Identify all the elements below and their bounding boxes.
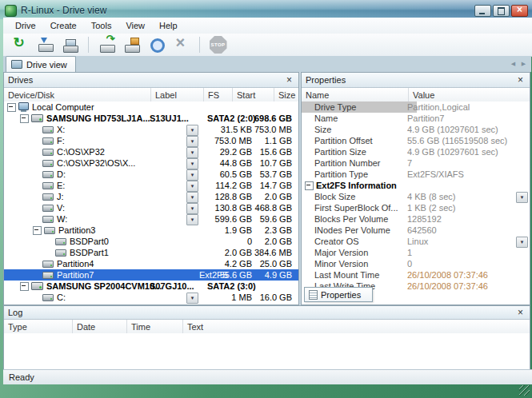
menu-item-create[interactable]: Create bbox=[43, 19, 84, 32]
property-row[interactable]: First SuperBlock Of...1 KB (2 sec) bbox=[302, 202, 530, 213]
tree-expander-icon[interactable] bbox=[20, 114, 29, 123]
drive-row[interactable]: X:31.5 KB753.0 MB bbox=[4, 124, 298, 135]
menu-bar: DriveCreateToolsViewHelp bbox=[3, 18, 532, 34]
property-row[interactable]: Last Mount Time26/10/2008 07:37:46 bbox=[302, 269, 530, 281]
column-header-size[interactable]: Size bbox=[274, 88, 298, 102]
property-row[interactable]: Minor Version0 bbox=[302, 258, 530, 269]
recover-button[interactable] bbox=[146, 35, 167, 55]
column-header-value[interactable]: Value bbox=[409, 88, 530, 102]
title-bar[interactable]: R-Linux - Drive view bbox=[0, 0, 532, 19]
drive-row[interactable]: C:1 MB16.0 GB bbox=[4, 292, 298, 303]
stop-button[interactable]: STOP bbox=[207, 35, 229, 55]
drive-row[interactable]: C:\OS\XP3229.2 GB15.6 GB bbox=[4, 146, 298, 157]
column-header-label[interactable]: Label bbox=[151, 88, 204, 102]
column-header-start[interactable]: Start bbox=[233, 88, 274, 102]
volume-icon bbox=[42, 160, 54, 167]
property-row[interactable]: INodes Per Volume642560 bbox=[302, 225, 530, 236]
properties-dock-tab[interactable]: Properties bbox=[304, 287, 373, 302]
drive-row[interactable]: D:60.5 GB53.7 GB bbox=[4, 169, 298, 180]
show-files-button[interactable] bbox=[121, 35, 142, 55]
drive-row[interactable]: C:\OS\XP32\OS\X...44.8 GB10.7 GB bbox=[4, 157, 298, 169]
column-header-fs[interactable]: FS bbox=[204, 88, 233, 102]
drive-row[interactable]: V:130.8 GB468.8 GB bbox=[4, 202, 298, 213]
property-value: 4.9 GB (10297601 sec) bbox=[407, 124, 528, 135]
menu-item-help[interactable]: Help bbox=[152, 19, 185, 32]
fs-dropdown-button[interactable] bbox=[186, 293, 198, 304]
property-row[interactable]: Creator OSLinux bbox=[302, 236, 530, 247]
menu-item-tools[interactable]: Tools bbox=[84, 19, 119, 32]
fs-dropdown-button[interactable] bbox=[186, 147, 198, 158]
refresh-button[interactable] bbox=[10, 35, 31, 55]
device-name: C:\OS\XP32 bbox=[57, 146, 105, 157]
property-row[interactable]: Size4.9 GB (10297601 sec) bbox=[302, 124, 530, 135]
close-view-button[interactable] bbox=[170, 35, 192, 55]
fs-dropdown-button[interactable] bbox=[186, 169, 198, 181]
menu-item-drive[interactable]: Drive bbox=[8, 19, 43, 32]
column-header-name[interactable]: Name bbox=[302, 88, 409, 102]
property-value: Partition7 bbox=[407, 113, 528, 124]
drive-row[interactable]: BSDPart002.0 GB bbox=[4, 236, 298, 247]
fs-dropdown-button[interactable] bbox=[186, 136, 198, 147]
value-dropdown-button[interactable] bbox=[516, 237, 528, 248]
drive-row[interactable]: Local Computer bbox=[4, 101, 298, 113]
property-row[interactable]: Ext2FS Information bbox=[302, 180, 530, 191]
scan-button[interactable] bbox=[96, 35, 118, 55]
device-name: D: bbox=[57, 169, 66, 180]
drive-row[interactable]: F:753.0 MB1.1 GB bbox=[4, 135, 298, 146]
drive-row[interactable]: Partition44.2 GB25.0 GB bbox=[4, 258, 298, 269]
device-name-cell: BSDPart0 bbox=[4, 236, 109, 247]
column-header-time[interactable]: Time bbox=[127, 320, 183, 334]
minimize-button[interactable] bbox=[474, 5, 491, 17]
fs-dropdown-button[interactable] bbox=[186, 181, 198, 192]
property-row[interactable]: Partition Number7 bbox=[302, 157, 530, 169]
menu-item-view[interactable]: View bbox=[118, 19, 152, 32]
fs-dropdown-button[interactable] bbox=[186, 158, 198, 169]
property-row[interactable]: Major Version1 bbox=[302, 247, 530, 258]
fs-dropdown-button[interactable] bbox=[186, 192, 198, 203]
close-drives-panel-icon[interactable] bbox=[284, 75, 294, 86]
property-name: Last Mount Time bbox=[302, 269, 417, 281]
value-dropdown-button[interactable] bbox=[516, 192, 528, 203]
fs-dropdown-button[interactable] bbox=[186, 125, 198, 136]
tab-drive-view[interactable]: Drive view bbox=[6, 56, 76, 72]
device-name-cell: J: bbox=[4, 191, 64, 202]
device-name: C:\OS\XP32\OS\X... bbox=[57, 157, 135, 169]
drive-row[interactable]: SAMSUNG HD753LJ1A...S13UJ1...SATA2 (2:0)… bbox=[4, 113, 298, 124]
drive-row[interactable]: J:128.8 GB2.0 GB bbox=[4, 191, 298, 202]
tab-scroll-left-button[interactable] bbox=[509, 59, 518, 70]
column-header-date[interactable]: Date bbox=[73, 320, 127, 334]
log-panel: Log TypeDateTimeText bbox=[3, 305, 530, 371]
fs-dropdown-button[interactable] bbox=[186, 214, 198, 225]
drive-row[interactable]: Partition31.9 GB2.3 GB bbox=[4, 225, 298, 236]
close-log-panel-icon[interactable] bbox=[515, 308, 526, 318]
property-row[interactable]: Blocks Per Volume1285192 bbox=[302, 213, 530, 225]
drive-row[interactable]: Partition7Ext2FS55.6 GB4.9 GB bbox=[4, 269, 298, 281]
tab-scroll-right-button[interactable] bbox=[519, 59, 528, 70]
device-name: E: bbox=[57, 180, 65, 191]
column-header-device-disk[interactable]: Device/Disk bbox=[4, 88, 151, 102]
close-window-button[interactable] bbox=[511, 5, 528, 17]
column-header-type[interactable]: Type bbox=[4, 320, 73, 334]
drive-row[interactable]: W:599.6 GB59.6 GB bbox=[4, 213, 298, 225]
tree-expander-icon[interactable] bbox=[305, 181, 314, 190]
property-row[interactable]: Block Size4 KB (8 sec) bbox=[302, 191, 530, 202]
resize-grip[interactable] bbox=[519, 385, 530, 396]
property-row[interactable]: Partition Offset55.6 GB (116519508 sec) bbox=[302, 135, 530, 146]
property-row[interactable]: Partition Size4.9 GB (10297601 sec) bbox=[302, 146, 530, 157]
tree-expander-icon[interactable] bbox=[20, 282, 29, 291]
open-image-button[interactable] bbox=[34, 35, 56, 55]
drive-row[interactable]: BSDPart12.0 GB384.6 MB bbox=[4, 247, 298, 258]
fs-dropdown-button[interactable] bbox=[186, 203, 198, 214]
drive-row[interactable]: E:114.2 GB14.7 GB bbox=[4, 180, 298, 191]
maximize-button[interactable] bbox=[493, 5, 510, 17]
close-properties-panel-icon[interactable] bbox=[515, 75, 526, 86]
property-row[interactable]: Partition TypeExt2FS/XIAFS bbox=[302, 169, 530, 180]
create-image-button[interactable] bbox=[59, 35, 81, 55]
tree-expander-icon[interactable] bbox=[7, 103, 16, 112]
tree-expander-icon[interactable] bbox=[33, 226, 42, 235]
drive-row[interactable]: SAMSUNG SP2004CVM10...S07GJ10...SATA2 (3… bbox=[4, 281, 298, 292]
property-row[interactable]: NamePartition7 bbox=[302, 113, 530, 124]
volume-icon bbox=[55, 249, 66, 257]
column-header-text[interactable]: Text bbox=[183, 320, 530, 334]
property-row[interactable]: Drive TypePartition,Logical bbox=[302, 101, 530, 113]
